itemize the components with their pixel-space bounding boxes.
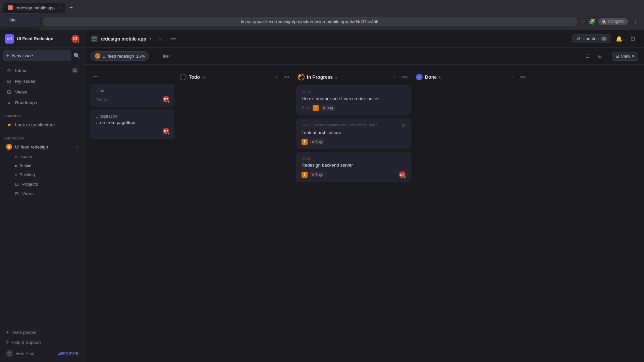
sidebar-sub-item-projects[interactable]: ⊡ Projects xyxy=(3,179,82,189)
url-input[interactable] xyxy=(42,17,577,26)
todo-column-count: 0 xyxy=(202,75,205,80)
subtask-indicator: ↱ 0/1 xyxy=(302,106,311,110)
views-label: Views xyxy=(15,89,78,95)
my-issues-icon: ◎ xyxy=(6,78,12,84)
card-id-ui-20: UI-20 xyxy=(302,123,311,127)
team-icon: U xyxy=(6,144,12,150)
card-ui-19[interactable]: UI-19 Redesign backend server ! Bug D7 xyxy=(297,152,411,182)
new-issue-label: New issue xyxy=(12,53,33,58)
sidebar-sub-item-active[interactable]: Active xyxy=(3,161,82,170)
sidebar: UR UI Feed Redesign D7 + New issue 🔍 ⊙ I… xyxy=(0,30,85,362)
done-status-icon: ✓ xyxy=(416,74,423,80)
card-avatar-2: D7 xyxy=(163,128,169,134)
in-progress-more-button[interactable]: ••• xyxy=(400,73,409,81)
todo-column: Todo 0 + ••• xyxy=(178,70,292,85)
todo-more-button[interactable]: ••• xyxy=(282,73,291,81)
sidebar-sub-item-issues[interactable]: Issues xyxy=(3,152,82,161)
inbox-badge: 1 xyxy=(71,68,78,73)
teams-section: U Ui feed redesign ▾ Issues Active Backl… xyxy=(0,141,84,201)
in-progress-column-title: In Progress xyxy=(307,74,333,80)
avatar-status xyxy=(77,41,80,43)
inbox-icon: ⊙ xyxy=(6,67,12,73)
star-project-button[interactable]: ☆ xyxy=(154,34,165,44)
toolbar-divider xyxy=(608,51,608,61)
in-progress-add-button[interactable]: + xyxy=(390,73,399,81)
in-progress-status-icon xyxy=(298,74,305,80)
search-button[interactable]: 🔍 xyxy=(72,51,82,60)
done-more-button[interactable]: ••• xyxy=(519,73,527,81)
inbox-label: Inbox xyxy=(15,68,68,73)
projects-icon: ⊡ xyxy=(14,181,19,187)
breadcrumb-separator: › xyxy=(312,123,314,127)
sidebar-item-inbox[interactable]: ⊙ Inbox 1 xyxy=(3,65,82,76)
tab-bar: r redesign mobile app ✕ + xyxy=(0,0,644,13)
partial-column-header: ••• Hide xyxy=(91,70,174,84)
partial-card-2[interactable]: …nspiration …on from pageflow D7 xyxy=(91,110,174,139)
invite-people-button[interactable]: + Invite people xyxy=(3,327,82,337)
partial-column: ••• Hide …on May 16 D7 xyxy=(91,70,174,141)
projects-label: Projects xyxy=(22,182,38,187)
updates-badge: 0 xyxy=(601,37,607,41)
avatar-status-ui-19 xyxy=(404,176,406,178)
sidebar-item-roadmaps[interactable]: ≡ Roadmaps xyxy=(3,97,82,108)
card-ui-21[interactable]: UI-21 Here's another one I can create. n… xyxy=(297,85,411,115)
notifications-button[interactable]: 🔔 xyxy=(614,34,625,44)
bug-tag-dot-3 xyxy=(312,174,314,176)
view-dropdown-button[interactable]: ⊟ View ▾ xyxy=(612,52,638,61)
card-footer-ui-20: ! Bug xyxy=(302,139,406,145)
priority-icon-ui-20: ! xyxy=(302,139,308,145)
tag-bug-ui-19: Bug xyxy=(310,172,324,177)
team-item-ui-feed[interactable]: U Ui feed redesign ▾ xyxy=(3,141,82,152)
subtask-count: 0/1 xyxy=(306,106,311,110)
card-ui-20[interactable]: UI-20 › Here's another one I can create.… xyxy=(297,118,411,149)
card-footer-ui-21: ↱ 0/1 ! Bug xyxy=(302,105,406,111)
new-tab-button[interactable]: + xyxy=(67,3,75,12)
team-views-label: Views xyxy=(22,191,34,196)
sidebar-item-my-issues[interactable]: ◎ My issues xyxy=(3,76,82,86)
grid-view-button[interactable]: ⊞ xyxy=(595,51,605,61)
topbar-actions: ↺ Updates 0 🔔 ⊡ xyxy=(572,34,638,44)
done-column-title: Done xyxy=(425,74,437,80)
bookmark-button[interactable]: ☆ xyxy=(581,18,585,25)
todo-column-actions: + ••• xyxy=(272,73,291,81)
todo-add-button[interactable]: + xyxy=(272,73,281,81)
tab-close-button[interactable]: ✕ xyxy=(57,5,61,10)
sidebar-nav: ⊙ Inbox 1 ◎ My issues ⊞ Views ≡ Roadmaps xyxy=(0,62,84,111)
help-support-button[interactable]: ? Help & Support xyxy=(3,337,82,347)
sidebar-item-look-at-architecture[interactable]: ★ Look at architecture xyxy=(3,119,82,130)
your-teams-section-title: Your teams xyxy=(0,133,84,141)
bug-tag-label: Bug xyxy=(326,106,333,110)
partial-card-1[interactable]: …on May 16 D7 xyxy=(91,84,174,107)
active-label: Active xyxy=(19,163,31,168)
updates-button[interactable]: ↺ Updates 0 xyxy=(572,34,611,43)
topbar-left: redesign mobile app ▾ ☆ ••• xyxy=(91,34,569,44)
done-add-button[interactable]: + xyxy=(508,73,517,81)
layout-button[interactable]: ⊡ xyxy=(627,34,638,44)
active-tab[interactable]: r redesign mobile app ✕ xyxy=(3,3,65,13)
more-options-button[interactable]: ⋮ xyxy=(631,17,640,26)
main-content: redesign mobile app ▾ ☆ ••• ↺ Updates 0 … xyxy=(85,30,644,362)
sidebar-item-views[interactable]: ⊞ Views xyxy=(3,86,82,97)
learn-more-link[interactable]: Learn more xyxy=(58,351,78,356)
progress-pill[interactable]: 🌿 Ui feed redesign 15% xyxy=(91,51,149,61)
my-issues-label: My issues xyxy=(15,79,78,84)
plus-icon: + xyxy=(6,53,9,59)
project-dropdown-arrow[interactable]: ▾ xyxy=(150,37,152,41)
sidebar-sub-item-team-views[interactable]: ⊞ Views xyxy=(3,189,82,198)
issues-dot-icon xyxy=(15,156,17,158)
card-avatar-1: D7 xyxy=(163,96,169,103)
tab-favicon: r xyxy=(8,5,13,10)
active-dot-icon xyxy=(15,165,17,167)
new-issue-button[interactable]: + New issue xyxy=(3,50,71,61)
todo-more-button[interactable]: ••• xyxy=(92,73,99,80)
subtask-icon: ↱ xyxy=(302,106,305,110)
list-view-button[interactable]: ☰ xyxy=(583,51,593,61)
help-label: Help & Support xyxy=(11,340,41,345)
backlog-label: Backlog xyxy=(19,172,35,177)
filter-button[interactable]: + Filter xyxy=(153,52,173,60)
more-options-button[interactable]: ••• xyxy=(168,34,178,44)
sidebar-sub-item-backlog[interactable]: Backlog xyxy=(3,170,82,179)
team-expand-icon: ▾ xyxy=(76,145,78,149)
todo-column-header: Todo 0 + ••• xyxy=(178,70,292,85)
extensions-button[interactable]: 🧩 xyxy=(589,18,595,25)
